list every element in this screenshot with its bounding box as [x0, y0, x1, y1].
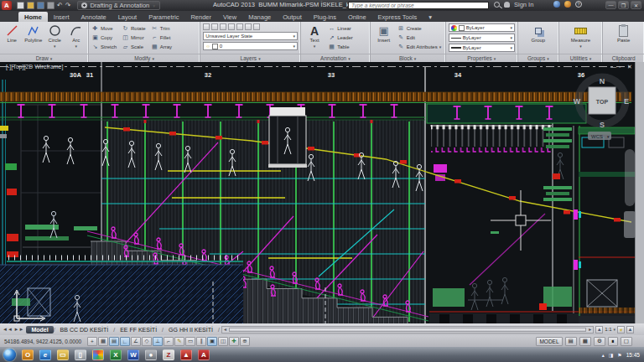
polar-toggle[interactable]: ∠: [131, 337, 141, 346]
tab-online[interactable]: Online: [342, 12, 372, 22]
help-icon[interactable]: ?: [575, 1, 582, 8]
navigation-bar[interactable]: [625, 149, 635, 206]
viewcube-north[interactable]: N: [600, 77, 605, 85]
move-button[interactable]: ✚Move: [91, 24, 117, 32]
panel-label-annotation[interactable]: Annotation▾: [301, 54, 370, 62]
ducs-toggle[interactable]: ✎: [174, 337, 184, 346]
tab-layout[interactable]: Layout: [112, 12, 143, 22]
viewport-minimize-icon[interactable]: —: [610, 64, 616, 70]
panel-label-properties[interactable]: Properties▾: [446, 54, 517, 62]
start-button[interactable]: [3, 349, 16, 361]
taskbar-autocad-icon[interactable]: ▲: [180, 349, 192, 360]
grid-toggle[interactable]: ▤: [109, 337, 119, 346]
panel-label-clipboard[interactable]: Clipboard: [603, 54, 644, 62]
transparency-toggle[interactable]: ▣: [207, 337, 217, 346]
panel-label-modify[interactable]: Modify▾: [89, 54, 200, 62]
new-icon[interactable]: [17, 2, 24, 9]
volume-icon[interactable]: ◨: [609, 352, 614, 358]
color-dropdown[interactable]: ByLayer ▾: [449, 23, 515, 32]
ribbon-minimize-icon[interactable]: ▾: [423, 12, 438, 22]
taskbar-app-icon[interactable]: ▯: [75, 349, 86, 360]
paste-button[interactable]: Paste: [613, 23, 635, 44]
create-block-button[interactable]: ⊞Create: [397, 24, 442, 32]
tab-annotate[interactable]: Annotate: [75, 12, 112, 22]
close-button[interactable]: ✕: [631, 1, 641, 9]
taskbar-chrome-icon[interactable]: [92, 349, 104, 360]
open-icon[interactable]: [27, 2, 34, 9]
layer-freeze-icon[interactable]: [228, 23, 235, 30]
insert-button[interactable]: ▣ Insert: [373, 23, 395, 44]
viewport-close-icon[interactable]: ✕: [627, 64, 632, 70]
minimize-button[interactable]: —: [605, 1, 616, 9]
viewcube-south[interactable]: S: [600, 121, 605, 129]
exchange-apps-icon[interactable]: [564, 1, 571, 8]
edit-block-button[interactable]: ✎Edit: [397, 34, 442, 41]
arc-button[interactable]: Arc ▾: [67, 23, 86, 49]
annotation-visibility-icon[interactable]: ☀: [617, 326, 625, 334]
circle-button[interactable]: Circle ▾: [45, 23, 65, 49]
measure-button[interactable]: Measure ▾: [570, 23, 592, 49]
panel-label-block[interactable]: Block▾: [371, 54, 445, 62]
tray-expand-icon[interactable]: ▴: [602, 352, 605, 358]
taskbar-adobe-icon[interactable]: A: [198, 349, 210, 360]
scale-button[interactable]: ▱Scale: [122, 43, 146, 50]
annotation-scale-icon[interactable]: ▲: [595, 326, 603, 334]
layer-state-dropdown[interactable]: Unsaved Layer State▾: [203, 32, 298, 40]
panel-label-groups[interactable]: Groups▾: [518, 54, 558, 62]
plot-icon[interactable]: [47, 2, 55, 9]
layer-prev-icon[interactable]: [253, 23, 260, 30]
panel-label-draw[interactable]: Draw▾: [0, 54, 88, 62]
taskbar-explorer-icon[interactable]: ▭: [57, 349, 69, 360]
autodesk360-icon[interactable]: [553, 1, 560, 8]
line-button[interactable]: Line: [3, 23, 22, 44]
restore-button[interactable]: ❐: [618, 1, 629, 9]
stretch-button[interactable]: ↘Stretch: [91, 43, 117, 50]
layer-lock-icon[interactable]: [236, 23, 243, 30]
undo-icon[interactable]: ↶: [57, 2, 63, 9]
taskbar-word-icon[interactable]: W: [127, 349, 139, 360]
linear-button[interactable]: ↔Linear: [328, 24, 353, 32]
taskbar-z-app-icon[interactable]: Z: [163, 349, 174, 360]
edit-attributes-button[interactable]: ✎Edit Attributes▾: [397, 43, 442, 50]
snap-toggle[interactable]: ▦: [98, 337, 108, 346]
otrack-toggle[interactable]: ⌐: [164, 337, 174, 346]
tab-layout-eeff[interactable]: EE FF KESİTİ: [115, 326, 162, 334]
tab-plugins[interactable]: Plug-ins: [308, 12, 342, 22]
taskbar-excel-icon[interactable]: X: [110, 349, 122, 360]
mirror-button[interactable]: ◫Mirror: [122, 34, 146, 41]
group-button[interactable]: Group: [527, 23, 549, 44]
taskbar-gray-app-icon[interactable]: ●: [145, 349, 157, 360]
copy-button[interactable]: ▣Copy: [91, 34, 117, 41]
tab-layout-gghhii[interactable]: GG HH II KESİTİ: [164, 326, 218, 334]
taskbar-outlook-icon[interactable]: O: [22, 349, 34, 360]
cleanscreen-icon[interactable]: ▢: [621, 337, 632, 346]
viewcube-top-label[interactable]: TOP: [596, 99, 609, 105]
layer-dropdown[interactable]: ☼ 0 ▾: [203, 42, 298, 50]
quickprop-toggle[interactable]: ◫: [218, 337, 228, 346]
autoscale-icon[interactable]: ▲: [626, 326, 634, 334]
viewcube-east[interactable]: E: [624, 97, 629, 106]
scroll-right-icon[interactable]: ►: [588, 327, 592, 332]
model-space-button[interactable]: MODEL: [536, 337, 562, 346]
tab-parametric[interactable]: Parametric: [143, 12, 184, 22]
quickview-layouts-icon[interactable]: ▤: [565, 337, 577, 346]
tab-nav-arrows[interactable]: ◄◄ ►►: [3, 327, 23, 332]
tab-express-tools[interactable]: Express Tools: [372, 12, 423, 22]
annotation-monitor-toggle[interactable]: ⊕: [240, 337, 250, 346]
action-center-icon[interactable]: ⚑: [617, 352, 621, 358]
scrollbar-thumb[interactable]: [229, 328, 586, 332]
lwt-toggle[interactable]: ∥: [196, 337, 206, 346]
tab-layout-bbccdd[interactable]: BB CC DD KESİTİ: [55, 326, 114, 334]
tab-home[interactable]: Home: [18, 12, 48, 22]
layer-off-icon[interactable]: [211, 23, 218, 30]
lineweight-dropdown[interactable]: ByLayer ▾: [449, 44, 515, 52]
search-input[interactable]: [348, 2, 489, 9]
viewcube-west[interactable]: W: [574, 97, 581, 106]
taskbar-clock[interactable]: 15:45: [626, 352, 640, 358]
workspace-switcher[interactable]: Drafting & Annotation ▼: [77, 1, 160, 10]
save-icon[interactable]: [37, 2, 44, 9]
tab-manage[interactable]: Manage: [242, 12, 277, 22]
scroll-left-icon[interactable]: ◄: [223, 327, 227, 332]
linetype-dropdown[interactable]: ByLayer ▾: [449, 34, 515, 42]
rotate-button[interactable]: ↻Rotate: [122, 24, 146, 32]
